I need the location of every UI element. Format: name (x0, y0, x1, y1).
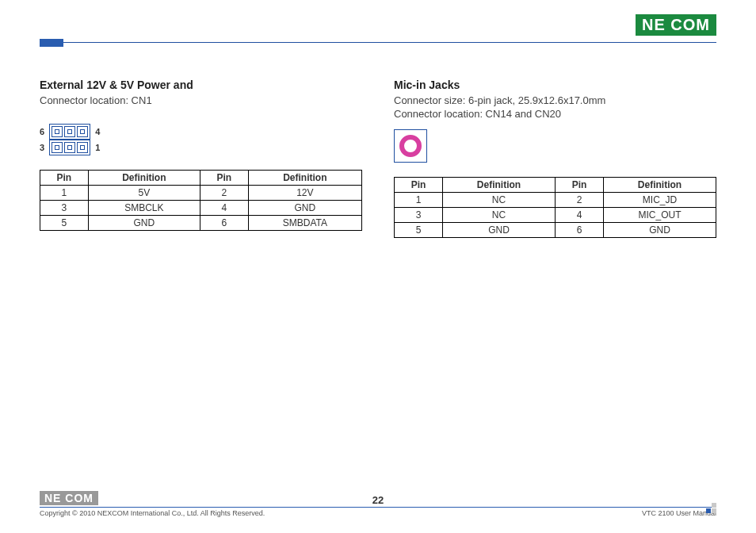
header-rule (40, 39, 716, 47)
footer: NE COM Copyright © 2010 NEXCOM Internati… (40, 491, 716, 517)
right-sub2: Connector location: CN14 and CN20 (394, 108, 716, 120)
th-def: Definition (443, 178, 556, 193)
nexcom-logo-top: NE COM (636, 14, 716, 36)
pin-label-3: 3 (40, 143, 44, 152)
table-row: 1NC2MIC_JD (395, 193, 716, 208)
manual-name: VTC 2100 User Manual (642, 509, 716, 517)
pin-label-4: 4 (95, 127, 100, 136)
th-def2: Definition (604, 178, 716, 193)
pin-label-1: 1 (95, 143, 100, 152)
table-row: 5GND6GND (395, 223, 716, 238)
th-pin2: Pin (200, 171, 248, 186)
right-sub1: Connector size: 6-pin jack, 25.9x12.6x17… (394, 94, 716, 106)
table-row: 15V212V (40, 186, 362, 201)
mic-jack-diagram (394, 129, 716, 163)
left-title: External 12V & 5V Power and (40, 79, 362, 91)
th-def: Definition (88, 171, 200, 186)
left-sub: Connector location: CN1 (40, 94, 362, 106)
th-pin: Pin (395, 178, 443, 193)
th-pin2: Pin (555, 178, 603, 193)
pin-label-6: 6 (40, 127, 44, 136)
table-row: 3NC4MIC_OUT (395, 208, 716, 223)
copyright-text: Copyright © 2010 NEXCOM International Co… (40, 509, 265, 517)
th-def2: Definition (248, 171, 361, 186)
logo-text: NE COM (642, 16, 710, 33)
right-column: Mic-in Jacks Connector size: 6-pin jack,… (394, 79, 716, 238)
power-connector-diagram: 6 4 3 1 (40, 124, 362, 155)
left-pin-table: Pin Definition Pin Definition 15V212V 3S… (40, 170, 362, 231)
left-column: External 12V & 5V Power and Connector lo… (40, 79, 362, 238)
right-title: Mic-in Jacks (394, 79, 716, 91)
table-row: 3SMBCLK4GND (40, 201, 362, 216)
right-pin-table: Pin Definition Pin Definition 1NC2MIC_JD… (394, 177, 716, 238)
table-row: 5GND6SMBDATA (40, 216, 362, 231)
page-number: 22 (40, 494, 716, 506)
th-pin: Pin (40, 171, 89, 186)
